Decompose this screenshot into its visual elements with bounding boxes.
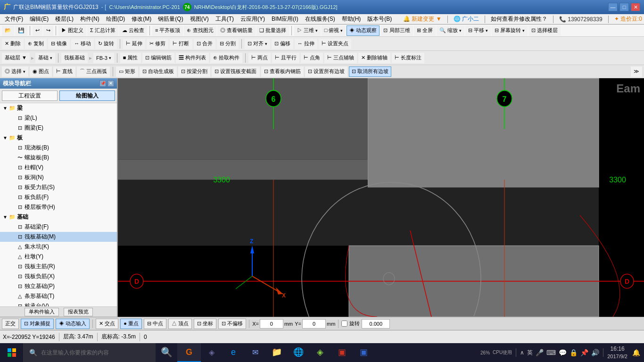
open-btn[interactable]: 📂 bbox=[2, 25, 14, 36]
three-pt-axis-btn[interactable]: ⊢ 三点辅轴 bbox=[324, 53, 357, 63]
tree-item-slab-hole[interactable]: ⊡ 板洞(N) bbox=[0, 173, 117, 182]
center-point-btn[interactable]: ● 重点 bbox=[120, 319, 142, 329]
mid-point-btn[interactable]: ⊟ 中点 bbox=[144, 319, 166, 329]
expand-slab[interactable]: ▼ bbox=[2, 135, 8, 140]
find-btn[interactable]: ⊕ 查找图元 bbox=[184, 25, 216, 36]
taskbar-app-cortana[interactable]: 🔍 bbox=[156, 343, 177, 362]
move-btn[interactable]: ↔ 移动 bbox=[71, 39, 94, 49]
copy-btn[interactable]: ⊕ 复制 bbox=[25, 39, 47, 49]
draw-point-btn[interactable]: ◉ 图点 bbox=[30, 66, 52, 77]
tree-item-sump[interactable]: △ 集水坑(K) bbox=[0, 242, 117, 252]
batch-select-btn[interactable]: ❑ 批量选择 bbox=[256, 25, 289, 36]
minimize-button[interactable]: — bbox=[608, 3, 618, 11]
split-beam-btn[interactable]: ⊡ 按梁分割 bbox=[178, 66, 210, 77]
dynamic-view-btn[interactable]: ◈ 动态观察 bbox=[347, 25, 380, 36]
canvas-area[interactable]: 6 7 3300 3300 D D bbox=[118, 78, 644, 317]
del-axis-btn[interactable]: ✕ 删除辅轴 bbox=[358, 53, 390, 63]
fullscreen-btn[interactable]: ⊞ 全屏 bbox=[414, 25, 436, 36]
menu-file[interactable]: 文件(F) bbox=[2, 14, 26, 24]
mirror-btn[interactable]: ⊟ 镜像 bbox=[48, 39, 70, 49]
menu-draw[interactable]: 绘图(D) bbox=[103, 14, 128, 24]
report-preview-btn[interactable]: 报表预览 bbox=[64, 308, 93, 316]
tree-item-raft-main-rebar[interactable]: ⊡ 筏板主筋(R) bbox=[0, 262, 117, 272]
select-tool-btn[interactable]: ◎ 选择 ▾ bbox=[2, 66, 28, 77]
draw-input-btn[interactable]: 绘图输入 bbox=[59, 90, 115, 101]
split-btn[interactable]: ⊟ 分割 bbox=[217, 39, 239, 49]
define-btn[interactable]: ▶ 图定义 bbox=[58, 25, 86, 36]
trim-btn[interactable]: ✂ 修剪 bbox=[147, 39, 168, 49]
menu-online[interactable]: 在线服务(S) bbox=[302, 14, 338, 24]
menu-floor[interactable]: 楼层(L) bbox=[52, 14, 76, 24]
taskbar-app-ggj[interactable]: ◈ bbox=[201, 343, 223, 362]
menu-modify[interactable]: 修改(M) bbox=[129, 14, 154, 24]
taskbar-app-glodon[interactable]: G bbox=[177, 343, 201, 362]
rotate-checkbox[interactable] bbox=[341, 321, 347, 327]
new-change-btn[interactable]: 🔔 新建变更 ▼ bbox=[403, 15, 442, 23]
angle-pt-btn[interactable]: ⊢ 点角 bbox=[301, 53, 323, 63]
tree-item-ring-beam[interactable]: ⊡ 圈梁(E) bbox=[0, 123, 117, 133]
guangxiaoer-btn[interactable]: 🌐 广小二 bbox=[454, 15, 479, 23]
notification-btn[interactable]: 🔔 bbox=[632, 349, 640, 356]
tree-item-found-beam[interactable]: ⊡ 基础梁(F) bbox=[0, 222, 117, 232]
three-pt-arc-btn[interactable]: ⌒ 三点画弧 bbox=[77, 66, 110, 77]
tree-item-pile-cap[interactable]: ⊡ 桩承台(V) bbox=[0, 301, 117, 306]
expand-foundation[interactable]: ▼ bbox=[2, 214, 8, 220]
no-offset-btn[interactable]: ⊡ 不偏移 bbox=[218, 319, 246, 329]
redo-btn[interactable]: ↪ bbox=[43, 25, 53, 36]
x-input[interactable] bbox=[260, 319, 283, 329]
merge-btn[interactable]: ⊡ 合并 bbox=[194, 39, 215, 49]
menu-tools[interactable]: 工具(T) bbox=[213, 14, 237, 24]
draw-line-btn[interactable]: ⊢ 直线 bbox=[53, 66, 75, 77]
taskbar-app-green[interactable]: ◈ bbox=[309, 343, 331, 362]
search-bar[interactable]: 🔍 bbox=[24, 343, 156, 362]
menu-component[interactable]: 构件(N) bbox=[77, 14, 102, 24]
expand-beam[interactable]: ▼ bbox=[2, 106, 8, 111]
start-button[interactable] bbox=[0, 343, 24, 362]
project-settings-btn[interactable]: 工程设置 bbox=[2, 90, 58, 101]
pan-btn[interactable]: ⊟ 平移 ▾ bbox=[465, 25, 491, 36]
panel-pin-btn[interactable]: 📌 bbox=[99, 80, 106, 87]
menu-edit[interactable]: 编辑(E) bbox=[27, 14, 51, 24]
search-input[interactable] bbox=[41, 349, 150, 356]
edit-rebar-btn[interactable]: ⊡ 编辑钢筋 bbox=[142, 53, 174, 63]
save-btn[interactable]: 💾 bbox=[15, 25, 27, 36]
tree-group-foundation[interactable]: ▼ 📁 基础 bbox=[0, 212, 117, 222]
local-3d-btn[interactable]: ⊡ 局部三维 bbox=[380, 25, 413, 36]
single-comp-btn[interactable]: 单构件输入 bbox=[25, 308, 59, 316]
select-floor-btn[interactable]: ⊡ 选择楼层 bbox=[528, 25, 561, 36]
two-points-btn[interactable]: ⊢ 两点 bbox=[248, 53, 271, 63]
taskbar-app-red[interactable]: ▣ bbox=[331, 343, 353, 362]
pick-comp-btn[interactable]: ⊕ 拾取构件 bbox=[210, 53, 242, 63]
tree-item-raft-found[interactable]: ⊡ 筏板基础(M) bbox=[0, 232, 117, 242]
cancel-slope-btn[interactable]: ⊡ 取消所有边坡 bbox=[349, 66, 391, 77]
menu-version[interactable]: 版本号(B) bbox=[364, 14, 395, 24]
property-btn[interactable]: ■ 属性 bbox=[120, 53, 141, 63]
extend-btn[interactable]: ⊢ 延伸 bbox=[123, 39, 145, 49]
tree-item-floor-band[interactable]: ⊡ 楼层板带(H) bbox=[0, 202, 117, 212]
top-view-btn[interactable]: □ 俯视 ▾ bbox=[322, 25, 346, 36]
parallel-btn[interactable]: ⊢ 且平行 bbox=[272, 53, 299, 63]
rect-btn[interactable]: ▭ 矩形 bbox=[116, 66, 138, 77]
3d-btn[interactable]: ▷ 三维 ▾ bbox=[294, 25, 321, 36]
length-mark-btn[interactable]: ⊢ 长度标注 bbox=[392, 53, 424, 63]
tree-group-slab[interactable]: ▼ 📁 板 bbox=[0, 133, 117, 143]
tray-arrow[interactable]: ∧ bbox=[520, 349, 524, 356]
menu-cloud[interactable]: 云应用(Y) bbox=[238, 14, 268, 24]
view-rebar-btn[interactable]: ◎ 查看钢筋量 bbox=[217, 25, 256, 36]
tree-item-spiral-slab[interactable]: 〜 螺旋板(B) bbox=[0, 153, 117, 163]
y-input[interactable] bbox=[302, 319, 326, 329]
rotate-btn[interactable]: ↻ 旋转 bbox=[95, 39, 117, 49]
tray-msg[interactable]: 💬 bbox=[559, 349, 567, 356]
orthogonal-btn[interactable]: 正交 bbox=[2, 319, 19, 329]
tree-item-iso-found[interactable]: ⊡ 独立基础(P) bbox=[0, 281, 117, 291]
object-snap-btn[interactable]: ⊡ 对象捕捉 bbox=[21, 319, 54, 329]
tree-item-slab-neg-rebar[interactable]: ⊡ 板负筋(F) bbox=[0, 192, 117, 202]
taskbar-app-chrome[interactable]: 🌐 bbox=[288, 343, 309, 362]
vertex-btn[interactable]: △ 顶点 bbox=[168, 319, 192, 329]
screen-rotate-btn[interactable]: ⊟ 屏幕旋转 ▾ bbox=[492, 25, 528, 36]
tray-vol[interactable]: 🔊 bbox=[591, 349, 599, 356]
panel-close-btn[interactable]: ✕ bbox=[107, 80, 114, 87]
set-section-btn[interactable]: ⊡ 设置筏板变截面 bbox=[212, 66, 259, 77]
comp-name[interactable]: FB-3 ▾ bbox=[93, 53, 114, 63]
tree-item-raft-neg-rebar[interactable]: ⊡ 筏板负筋(X) bbox=[0, 272, 117, 281]
